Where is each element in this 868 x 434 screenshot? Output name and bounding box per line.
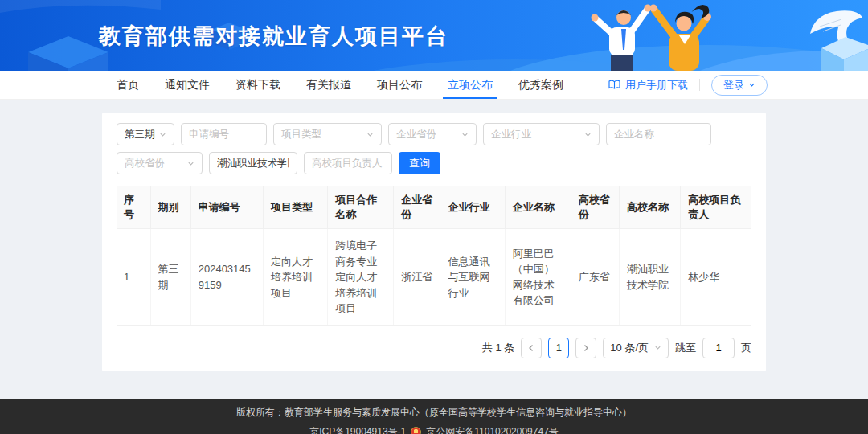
main-content: 第三期 项目类型 企业省份 企业行业 高校省份 xyxy=(0,113,868,399)
college-province-select[interactable]: 高校省份 xyxy=(117,152,203,174)
jump-page-input[interactable] xyxy=(702,338,735,358)
nav-item-excellent-cases[interactable]: 优秀案例 xyxy=(518,71,563,99)
company-industry-select[interactable]: 企业行业 xyxy=(483,123,600,145)
user-manual-link[interactable]: 用户手册下载 xyxy=(608,78,688,92)
content-card: 第三期 项目类型 企业省份 企业行业 高校省份 xyxy=(102,113,766,371)
college-leader-input[interactable] xyxy=(304,152,392,174)
jump-label: 跳至 xyxy=(675,341,696,355)
table-header-cell: 高校省份 xyxy=(571,186,619,229)
chevron-down-icon xyxy=(748,81,755,88)
table-cell: 跨境电子商务专业定向人才培养培训项目 xyxy=(328,229,394,326)
table-cell: 第三期 xyxy=(150,229,190,326)
period-select[interactable]: 第三期 xyxy=(117,123,174,145)
prev-page-button[interactable] xyxy=(521,338,542,358)
nav-item-reports[interactable]: 有关报道 xyxy=(306,71,351,99)
table-header-cell: 高校项目负责人 xyxy=(681,186,751,229)
chevron-right-icon xyxy=(583,344,589,352)
table-header-cell: 序号 xyxy=(117,186,150,229)
college-name-input[interactable] xyxy=(209,152,297,174)
page-size-value: 10 条/页 xyxy=(610,341,649,355)
page-number-button[interactable]: 1 xyxy=(548,338,569,358)
page-title: 教育部供需对接就业育人项目平台 xyxy=(99,22,448,51)
nav-item-approval-announcements[interactable]: 立项公布 xyxy=(448,71,493,99)
company-province-select[interactable]: 企业省份 xyxy=(388,123,477,145)
nav-item-notices[interactable]: 通知文件 xyxy=(165,71,210,99)
college-province-placeholder: 高校省份 xyxy=(125,157,165,170)
table-header-cell: 企业省份 xyxy=(394,186,440,229)
company-industry-placeholder: 企业行业 xyxy=(491,128,531,141)
table-header-cell: 申请编号 xyxy=(190,186,263,229)
table-cell: 潮汕职业技术学院 xyxy=(620,229,681,326)
table-header-cell: 企业名称 xyxy=(505,186,571,229)
table-header-cell: 高校名称 xyxy=(620,186,681,229)
table-header-cell: 项目合作名称 xyxy=(328,186,394,229)
search-button[interactable]: 查询 xyxy=(399,152,440,174)
table-header-cell: 企业行业 xyxy=(440,186,505,229)
chevron-down-icon xyxy=(366,131,374,138)
table-cell: 阿里巴巴（中国）网络技术有限公司 xyxy=(505,229,571,326)
main-nav: 首页 通知文件 资料下载 有关报道 项目公布 立项公布 优秀案例 用户手册下载 … xyxy=(0,71,868,100)
nav-divider xyxy=(699,79,700,91)
table-cell: 定向人才培养培训项目 xyxy=(263,229,327,326)
project-type-placeholder: 项目类型 xyxy=(281,128,321,141)
page-unit-label: 页 xyxy=(741,341,751,355)
pagination: 共 1 条 1 10 条/页 跳至 页 xyxy=(117,338,751,358)
project-type-select[interactable]: 项目类型 xyxy=(273,123,382,145)
chevron-down-icon xyxy=(187,160,194,167)
nav-right: 用户手册下载 登录 xyxy=(608,75,768,96)
login-label: 登录 xyxy=(723,78,744,92)
chevron-left-icon xyxy=(528,344,534,352)
next-page-button[interactable] xyxy=(575,338,596,358)
footer: 版权所有：教育部学生服务与素质发展中心（原全国高等学校学生信息咨询与就业指导中心… xyxy=(0,399,868,434)
table-cell: 信息通讯与互联网行业 xyxy=(440,229,505,326)
table-header-row: 序号 期别 申请编号 项目类型 项目合作名称 企业省份 企业行业 企业名称 高校… xyxy=(117,186,751,229)
table-cell: 浙江省 xyxy=(394,229,440,326)
nav-item-downloads[interactable]: 资料下载 xyxy=(235,71,280,99)
chevron-down-icon xyxy=(159,131,166,138)
table-cell: 2024031459159 xyxy=(190,229,263,326)
apply-no-input[interactable] xyxy=(181,123,267,145)
book-icon xyxy=(608,80,620,90)
user-manual-label: 用户手册下载 xyxy=(625,78,688,92)
nav-items: 首页 通知文件 资料下载 有关报道 项目公布 立项公布 优秀案例 xyxy=(117,71,563,99)
footer-registration-line: 京ICP备19004913号-1 京公网安备11010202009747号 xyxy=(309,425,559,434)
page-size-select[interactable]: 10 条/页 xyxy=(603,338,669,358)
police-badge-icon xyxy=(411,427,421,434)
pagination-total: 共 1 条 xyxy=(482,341,514,355)
filter-row-2: 高校省份 查询 xyxy=(117,152,751,174)
results-table: 序号 期别 申请编号 项目类型 项目合作名称 企业省份 企业行业 企业名称 高校… xyxy=(117,186,751,326)
nav-item-project-announcements[interactable]: 项目公布 xyxy=(377,71,422,99)
icp-record-link[interactable]: 京ICP备19004913号-1 xyxy=(309,425,406,434)
police-record-link[interactable]: 京公网安备11010202009747号 xyxy=(426,425,559,434)
copyright-line: 版权所有：教育部学生服务与素质发展中心（原全国高等学校学生信息咨询与就业指导中心… xyxy=(236,406,632,420)
chevron-down-icon xyxy=(654,344,661,351)
period-select-value: 第三期 xyxy=(125,128,155,141)
table-cell: 林少华 xyxy=(681,229,751,326)
table-cell: 广东省 xyxy=(571,229,619,326)
chevron-down-icon xyxy=(584,131,592,138)
table-cell: 1 xyxy=(117,229,150,326)
login-button[interactable]: 登录 xyxy=(711,75,768,96)
header-banner: 教育部供需对接就业育人项目平台 xyxy=(0,0,868,71)
company-name-input[interactable] xyxy=(606,123,711,145)
table-row: 1 第三期 2024031459159 定向人才培养培训项目 跨境电子商务专业定… xyxy=(117,229,751,326)
company-province-placeholder: 企业省份 xyxy=(396,128,436,141)
nav-item-home[interactable]: 首页 xyxy=(117,71,139,99)
results-table-wrap: 序号 期别 申请编号 项目类型 项目合作名称 企业省份 企业行业 企业名称 高校… xyxy=(117,186,751,326)
chevron-down-icon xyxy=(461,131,469,138)
table-header-cell: 期别 xyxy=(150,186,190,229)
filter-row-1: 第三期 项目类型 企业省份 企业行业 xyxy=(117,123,751,145)
table-header-cell: 项目类型 xyxy=(263,186,327,229)
